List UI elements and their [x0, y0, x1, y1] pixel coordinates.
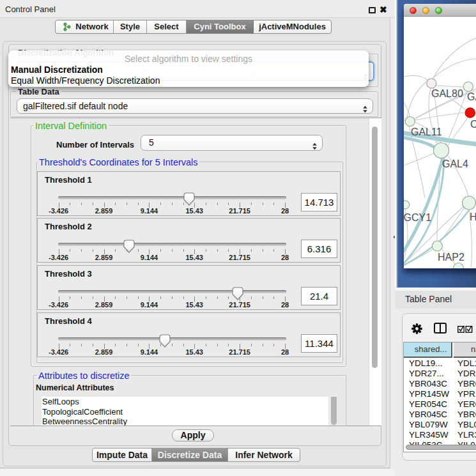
svg-text:GAL11: GAL11	[411, 127, 442, 137]
svg-text:GA: GA	[467, 91, 476, 102]
svg-text:GAL4: GAL4	[442, 158, 468, 169]
svg-text:GAL80: GAL80	[431, 88, 463, 99]
svg-text:HAP2: HAP2	[438, 252, 464, 263]
svg-text:GCY1: GCY1	[404, 212, 431, 223]
svg-text:C: C	[470, 119, 476, 130]
svg-text:H: H	[470, 211, 476, 222]
